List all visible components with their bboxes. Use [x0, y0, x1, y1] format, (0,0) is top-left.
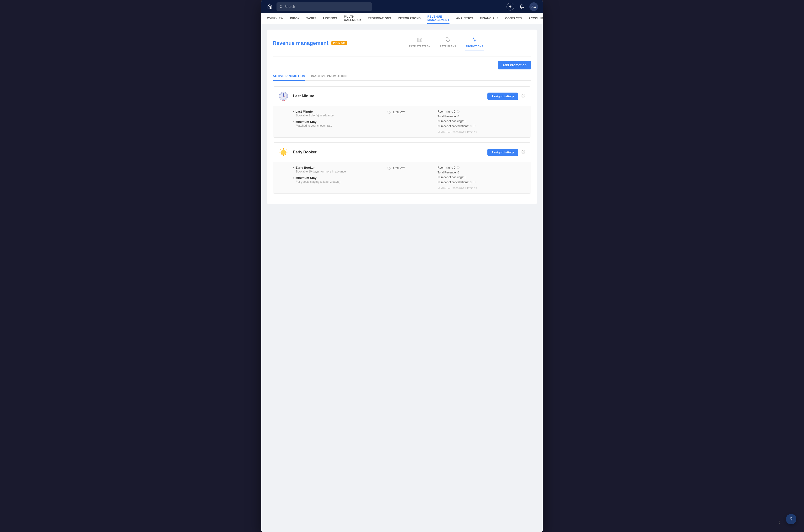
promotions-label: PROMOTIONS [466, 45, 483, 48]
discount-value: 10% off [393, 110, 405, 114]
edit-button-early-booker[interactable] [521, 149, 526, 155]
svg-rect-12 [284, 100, 285, 101]
promotions-icon [472, 37, 477, 44]
early-booker-discount: 10% off [387, 166, 432, 190]
last-minute-discount: 10% off [387, 110, 432, 134]
condition-item: Last Minute Bookable 3 day(s) in advance [293, 110, 382, 117]
tag-icon [387, 167, 391, 170]
svg-rect-2 [418, 38, 419, 42]
nav-revenue-management[interactable]: REVENUE MANAGEMENT [427, 13, 449, 24]
tab-inactive-promotion[interactable]: INACTIVE PROMOTION [311, 74, 347, 81]
condition-item: Minimum Stay Matched to your chosen rate [293, 120, 382, 127]
promo-header-last-minute: Last Minute Assign Listings [273, 87, 531, 106]
svg-point-0 [280, 5, 282, 8]
tab-promotions[interactable]: PROMOTIONS [465, 35, 484, 51]
notifications-button[interactable] [518, 3, 525, 11]
svg-point-14 [281, 150, 286, 155]
svg-rect-11 [283, 100, 283, 101]
nav-listings[interactable]: LISTINGS [323, 13, 337, 24]
help-menu-dots[interactable]: ⋮ [777, 519, 783, 524]
rate-strategy-label: RATE STRATEGY [409, 45, 430, 48]
main-content: Revenue management PREMIUM RATE S [261, 24, 543, 532]
early-booker-actions: Assign Listings [487, 149, 526, 156]
condition-title: Minimum Stay [293, 176, 382, 179]
nav-financials[interactable]: FINANCIALS [480, 13, 499, 24]
tab-rate-plans[interactable]: RATE PLANS [439, 35, 457, 51]
tab-active-promotion[interactable]: ACTIVE PROMOTION [273, 74, 305, 81]
tab-rate-strategy[interactable]: RATE STRATEGY [408, 35, 431, 51]
stat-cancellations: Number of cancellations: 0 ⓘ [438, 180, 526, 184]
browser-window: + AC OVERVIEW INBOX TASKS LISTINGS MULTI… [261, 0, 543, 532]
info-icon[interactable]: ⓘ [457, 110, 459, 113]
nav-contacts[interactable]: CONTACTS [505, 13, 522, 24]
last-minute-name: Last Minute [293, 94, 484, 98]
promo-card-early-booker: Early Booker Assign Listings [273, 142, 531, 194]
info-icon[interactable]: ⓘ [473, 124, 476, 128]
stat-cancellations: Number of cancellations: 0 ⓘ [438, 124, 526, 128]
search-input[interactable] [284, 5, 369, 8]
top-bar: + AC [261, 0, 543, 13]
stat-room-night: Room night: 0 ⓘ [438, 110, 526, 113]
stat-bookings: Number of bookings: 0 [438, 119, 526, 123]
stat-total-revenue: Total Revenue: 0 [438, 171, 526, 174]
edit-button-last-minute[interactable] [521, 93, 526, 99]
nav-bar: OVERVIEW INBOX TASKS LISTINGS MULTI-CALE… [261, 13, 543, 24]
svg-line-19 [281, 149, 281, 150]
stat-total-revenue: Total Revenue: 0 [438, 115, 526, 118]
rate-plans-icon [445, 37, 451, 44]
avatar[interactable]: AC [530, 2, 538, 11]
add-promotion-wrap: Add Promotion [273, 61, 531, 70]
early-booker-stats: Room night: 0 ⓘ Total Revenue: 0 Number … [438, 166, 526, 190]
rate-strategy-icon [417, 37, 422, 44]
svg-line-22 [281, 154, 281, 155]
condition-title: Minimum Stay [293, 120, 382, 124]
info-icon[interactable]: ⓘ [473, 180, 476, 184]
condition-title: Last Minute [293, 110, 382, 113]
last-minute-conditions: Last Minute Bookable 3 day(s) in advance… [293, 110, 382, 134]
condition-item: Minimum Stay For guests staying at least… [293, 176, 382, 184]
nav-multi-calendar[interactable]: MULTI-CALENDAR [344, 13, 361, 24]
svg-line-20 [286, 154, 286, 155]
svg-line-21 [286, 149, 286, 150]
nav-overview[interactable]: OVERVIEW [267, 13, 283, 24]
nav-reservations[interactable]: RESERVATIONS [368, 13, 391, 24]
last-minute-detail: Last Minute Bookable 3 day(s) in advance… [273, 106, 531, 137]
stat-room-night: Room night: 0 ⓘ [438, 166, 526, 169]
nav-integrations[interactable]: INTEGRATIONS [398, 13, 421, 24]
search-bar[interactable] [276, 2, 372, 11]
add-button[interactable]: + [506, 3, 514, 11]
svg-point-10 [283, 96, 284, 97]
condition-sub: Matched to your chosen rate [296, 124, 382, 127]
rate-plans-label: RATE PLANS [440, 45, 456, 48]
nav-analytics[interactable]: ANALYTICS [456, 13, 473, 24]
early-booker-detail: Early Booker Bookable 10 day(s) or more … [273, 162, 531, 193]
home-button[interactable] [266, 3, 274, 11]
help-button[interactable]: ? [786, 514, 796, 524]
condition-sub: Bookable 10 day(s) or more in advance [296, 170, 382, 173]
promotion-tabs: ACTIVE PROMOTION INACTIVE PROMOTION [273, 74, 531, 81]
nav-account[interactable]: ACCOUNT [529, 13, 543, 24]
condition-sub: For guests staying at least 2 day(s) [296, 180, 382, 184]
premium-badge: PREMIUM [331, 41, 347, 45]
last-minute-stats: Room night: 0 ⓘ Total Revenue: 0 Number … [438, 110, 526, 134]
nav-tasks[interactable]: TASKS [306, 13, 317, 24]
condition-title: Early Booker [293, 166, 382, 169]
tag-icon [387, 111, 391, 114]
nav-inbox[interactable]: INBOX [290, 13, 300, 24]
svg-line-1 [282, 7, 282, 8]
early-booker-icon [278, 147, 289, 158]
last-minute-icon [278, 90, 289, 102]
assign-listings-button-last-minute[interactable]: Assign Listings [487, 93, 518, 100]
page-header: Revenue management PREMIUM RATE S [273, 35, 531, 51]
condition-sub: Bookable 3 day(s) in advance [296, 114, 382, 117]
early-booker-name: Early Booker [293, 150, 484, 154]
content-card: Revenue management PREMIUM RATE S [267, 30, 537, 204]
early-booker-conditions: Early Booker Bookable 10 day(s) or more … [293, 166, 382, 190]
stat-bookings: Number of bookings: 0 [438, 176, 526, 179]
last-minute-actions: Assign Listings [487, 93, 526, 100]
condition-item: Early Booker Bookable 10 day(s) or more … [293, 166, 382, 173]
add-promotion-button[interactable]: Add Promotion [498, 61, 531, 70]
top-bar-right: + AC [506, 2, 538, 11]
assign-listings-button-early-booker[interactable]: Assign Listings [487, 149, 518, 156]
info-icon[interactable]: ⓘ [457, 166, 459, 169]
